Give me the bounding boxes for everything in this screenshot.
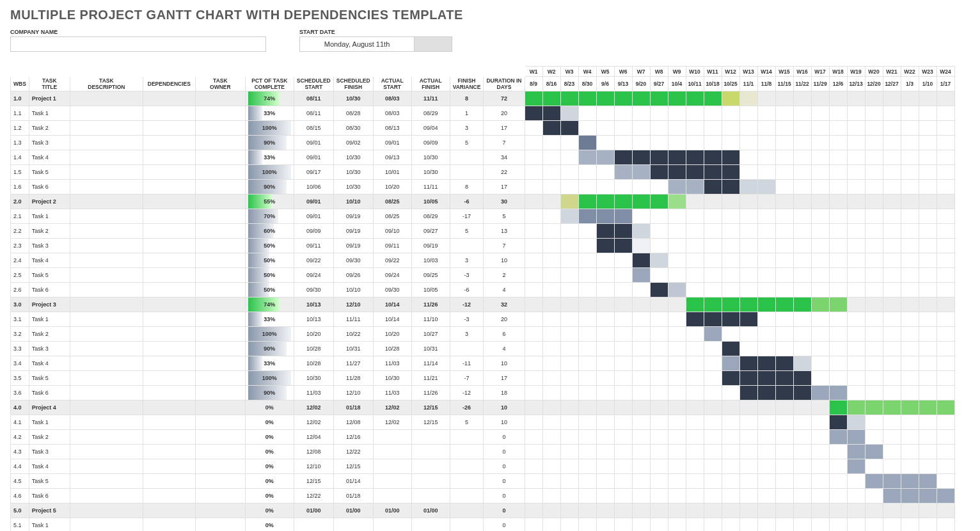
cell-as[interactable]	[373, 489, 411, 503]
cell-ss[interactable]: 10/13	[294, 297, 333, 312]
cell-as[interactable]: 10/20	[373, 180, 411, 194]
cell-dur[interactable]: 22	[484, 165, 525, 180]
cell-owner[interactable]	[195, 430, 245, 445]
cell-dur[interactable]: 0	[484, 474, 525, 489]
cell-pct[interactable]: 0%	[245, 503, 294, 518]
cell-sf[interactable]: 09/19	[333, 224, 373, 239]
cell-owner[interactable]	[195, 386, 245, 400]
cell-title[interactable]: Task 4	[29, 459, 70, 474]
cell-owner[interactable]	[195, 268, 245, 283]
cell-ss[interactable]: 08/15	[294, 121, 333, 136]
cell-ss[interactable]: 10/30	[294, 371, 333, 386]
cell-af[interactable]: 10/30	[411, 150, 450, 165]
cell-desc[interactable]	[70, 253, 143, 268]
cell-ss[interactable]: 12/22	[294, 489, 333, 503]
cell-desc[interactable]	[70, 194, 143, 209]
cell-sf[interactable]: 10/30	[333, 150, 373, 165]
cell-dep[interactable]	[143, 489, 195, 503]
cell-dur[interactable]: 7	[484, 239, 525, 253]
cell-ss[interactable]: 08/11	[294, 106, 333, 121]
cell-ss[interactable]: 09/01	[294, 194, 333, 209]
cell-desc[interactable]	[70, 224, 143, 239]
cell-pct[interactable]: 0%	[245, 430, 294, 445]
cell-dur[interactable]: 32	[484, 297, 525, 312]
cell-desc[interactable]	[70, 342, 143, 356]
cell-sf[interactable]: 01/00	[333, 503, 373, 518]
cell-as[interactable]: 09/11	[373, 239, 411, 253]
cell-af[interactable]: 11/14	[411, 356, 450, 371]
cell-title[interactable]: Task 1	[29, 518, 70, 532]
task-row[interactable]: 2.4Task 450%09/2209/3009/2210/03310	[11, 253, 955, 268]
cell-af[interactable]: 10/27	[411, 327, 450, 342]
cell-af[interactable]: 10/05	[411, 194, 450, 209]
cell-ss[interactable]: 09/24	[294, 268, 333, 283]
cell-ss[interactable]: 09/11	[294, 239, 333, 253]
cell-fv[interactable]: -11	[450, 356, 484, 371]
task-row[interactable]: 2.2Task 260%09/0909/1909/1009/27513	[11, 224, 955, 239]
startdate-extra-cell[interactable]	[414, 36, 452, 52]
cell-pct[interactable]: 33%	[245, 150, 294, 165]
cell-pct[interactable]: 100%	[245, 371, 294, 386]
cell-title[interactable]: Task 1	[29, 209, 70, 224]
cell-sf[interactable]: 09/02	[333, 136, 373, 150]
cell-title[interactable]: Task 3	[29, 239, 70, 253]
cell-dur[interactable]: 18	[484, 386, 525, 400]
task-row[interactable]: 4.4Task 40%12/1012/150	[11, 459, 955, 474]
cell-owner[interactable]	[195, 180, 245, 194]
cell-sf[interactable]: 01/18	[333, 400, 373, 415]
cell-owner[interactable]	[195, 489, 245, 503]
cell-fv[interactable]: -3	[450, 312, 484, 327]
cell-fv[interactable]	[450, 165, 484, 180]
cell-sf[interactable]: 12/22	[333, 445, 373, 459]
cell-fv[interactable]	[450, 518, 484, 532]
cell-af[interactable]: 11/21	[411, 371, 450, 386]
cell-ss[interactable]: 08/11	[294, 91, 333, 106]
cell-dur[interactable]: 6	[484, 327, 525, 342]
cell-owner[interactable]	[195, 253, 245, 268]
cell-dur[interactable]: 13	[484, 224, 525, 239]
cell-wbs[interactable]: 2.4	[11, 253, 29, 268]
cell-as[interactable]: 12/02	[373, 400, 411, 415]
cell-af[interactable]: 12/15	[411, 415, 450, 430]
cell-as[interactable]: 09/01	[373, 136, 411, 150]
cell-sf[interactable]: 01/14	[333, 474, 373, 489]
cell-owner[interactable]	[195, 474, 245, 489]
cell-fv[interactable]: 8	[450, 91, 484, 106]
cell-as[interactable]: 10/30	[373, 371, 411, 386]
cell-as[interactable]: 08/13	[373, 121, 411, 136]
cell-title[interactable]: Task 6	[29, 489, 70, 503]
cell-pct[interactable]: 90%	[245, 342, 294, 356]
project-row[interactable]: 2.0Project 255%09/0110/1008/2510/05-630	[11, 194, 955, 209]
cell-ss[interactable]: 12/10	[294, 459, 333, 474]
cell-af[interactable]: 11/26	[411, 386, 450, 400]
cell-dur[interactable]: 4	[484, 283, 525, 297]
cell-as[interactable]: 11/03	[373, 356, 411, 371]
cell-title[interactable]: Project 3	[29, 297, 70, 312]
cell-dep[interactable]	[143, 312, 195, 327]
cell-title[interactable]: Task 3	[29, 136, 70, 150]
cell-wbs[interactable]: 1.1	[11, 106, 29, 121]
cell-ss[interactable]: 12/02	[294, 400, 333, 415]
cell-pct[interactable]: 0%	[245, 400, 294, 415]
cell-af[interactable]: 11/26	[411, 297, 450, 312]
project-row[interactable]: 3.0Project 374%10/1312/1010/1411/26-1232	[11, 297, 955, 312]
task-row[interactable]: 3.1Task 133%10/1311/1110/1411/10-320	[11, 312, 955, 327]
cell-wbs[interactable]: 4.1	[11, 415, 29, 430]
cell-ss[interactable]: 09/09	[294, 224, 333, 239]
cell-dur[interactable]: 72	[484, 91, 525, 106]
cell-dur[interactable]: 0	[484, 503, 525, 518]
cell-title[interactable]: Task 1	[29, 106, 70, 121]
cell-desc[interactable]	[70, 239, 143, 253]
cell-sf[interactable]: 08/30	[333, 121, 373, 136]
cell-ss[interactable]: 10/06	[294, 180, 333, 194]
cell-as[interactable]: 08/25	[373, 194, 411, 209]
cell-title[interactable]: Task 1	[29, 415, 70, 430]
cell-dur[interactable]: 10	[484, 415, 525, 430]
cell-fv[interactable]: 5	[450, 415, 484, 430]
cell-owner[interactable]	[195, 400, 245, 415]
cell-desc[interactable]	[70, 150, 143, 165]
cell-title[interactable]: Task 5	[29, 165, 70, 180]
cell-sf[interactable]: 10/22	[333, 327, 373, 342]
cell-as[interactable]: 08/25	[373, 209, 411, 224]
cell-desc[interactable]	[70, 430, 143, 445]
